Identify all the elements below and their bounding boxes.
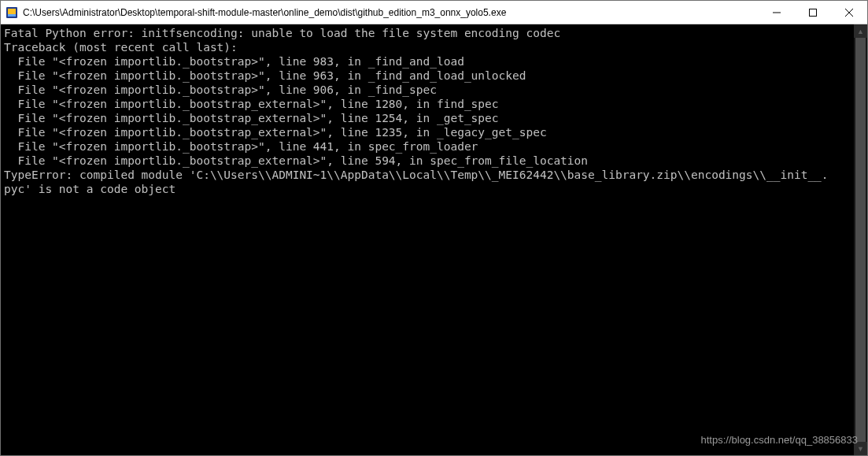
console-line: File "<frozen importlib._bootstrap_exter… bbox=[4, 154, 851, 168]
vertical-scrollbar[interactable]: ▲ ▼ bbox=[854, 24, 867, 455]
svg-rect-2 bbox=[8, 14, 16, 17]
maximize-button[interactable] bbox=[795, 1, 831, 24]
console-line: TypeError: compiled module 'C:\\Users\\A… bbox=[4, 168, 851, 182]
console-line: pyc' is not a code object bbox=[4, 182, 851, 196]
close-button[interactable] bbox=[831, 1, 867, 24]
scroll-down-arrow[interactable]: ▼ bbox=[854, 442, 867, 455]
svg-rect-1 bbox=[8, 9, 16, 14]
console-line: File "<frozen importlib._bootstrap>", li… bbox=[4, 69, 851, 83]
console-line: Fatal Python error: initfsencoding: unab… bbox=[4, 26, 851, 40]
console-line: File "<frozen importlib._bootstrap>", li… bbox=[4, 139, 851, 154]
minimize-button[interactable] bbox=[759, 1, 795, 24]
console-line: File "<frozen importlib._bootstrap_exter… bbox=[4, 125, 851, 139]
console-line: File "<frozen importlib._bootstrap>", li… bbox=[4, 83, 851, 97]
console-window: C:\Users\Administrator\Desktop\temporal-… bbox=[0, 0, 868, 456]
scrollbar-thumb[interactable] bbox=[855, 38, 866, 442]
window-controls bbox=[759, 1, 867, 24]
scrollbar-track[interactable] bbox=[854, 38, 867, 442]
console-output[interactable]: Fatal Python error: initfsencoding: unab… bbox=[1, 24, 854, 455]
svg-rect-4 bbox=[810, 9, 817, 16]
app-icon bbox=[6, 6, 18, 19]
console-area: Fatal Python error: initfsencoding: unab… bbox=[1, 24, 867, 455]
console-line: Traceback (most recent call last): bbox=[4, 40, 851, 54]
console-line: File "<frozen importlib._bootstrap_exter… bbox=[4, 97, 851, 111]
scroll-up-arrow[interactable]: ▲ bbox=[854, 24, 867, 38]
console-line: File "<frozen importlib._bootstrap>", li… bbox=[4, 54, 851, 69]
window-title: C:\Users\Administrator\Desktop\temporal-… bbox=[23, 7, 759, 18]
console-line: File "<frozen importlib._bootstrap_exter… bbox=[4, 111, 851, 125]
titlebar[interactable]: C:\Users\Administrator\Desktop\temporal-… bbox=[1, 1, 867, 24]
